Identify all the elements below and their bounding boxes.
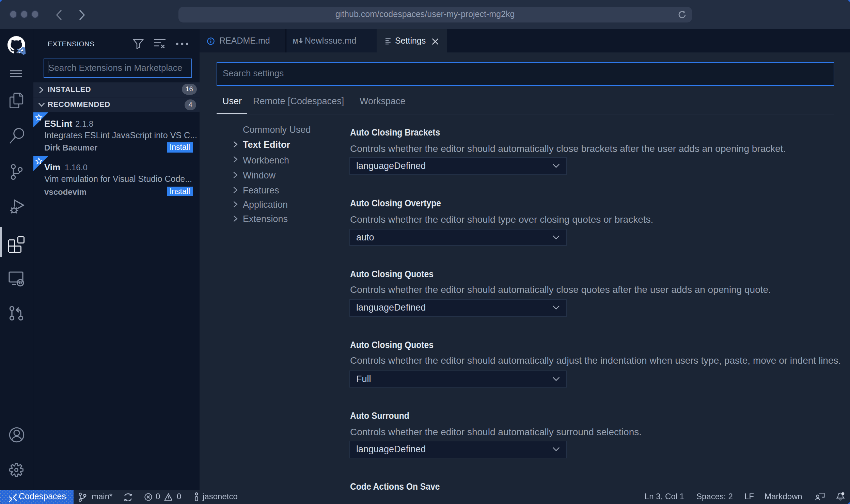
svg-text:M: M — [293, 38, 298, 44]
